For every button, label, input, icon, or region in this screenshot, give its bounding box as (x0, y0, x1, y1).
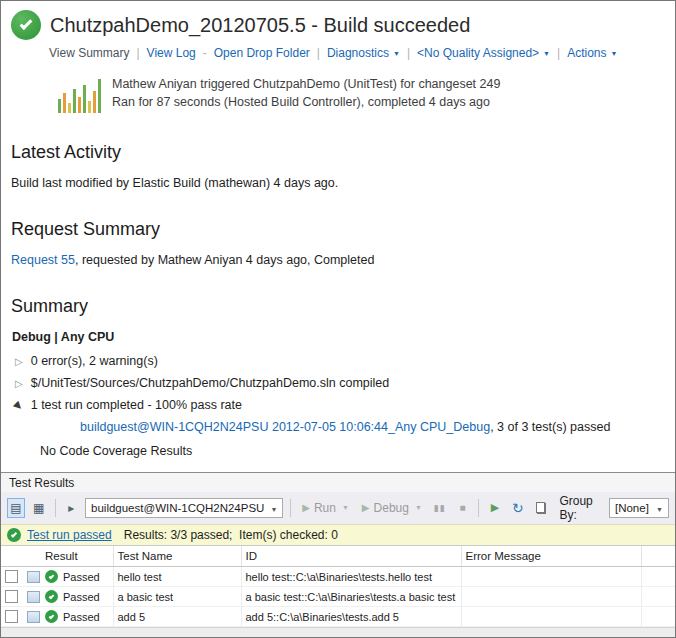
copy-icon (536, 502, 546, 514)
column-header-error-message[interactable]: Error Message (461, 546, 641, 567)
test-run-link[interactable]: buildguest@WIN-1CQH2N24PSU 2012-07-05 10… (80, 420, 490, 434)
column-header-id[interactable]: ID (241, 546, 461, 567)
page-title: ChutzpahDemo_20120705.5 - Build succeede… (50, 14, 470, 37)
column-header-result[interactable]: Result (41, 546, 113, 567)
build-summary-main: ChutzpahDemo_20120705.5 - Build succeede… (1, 1, 675, 472)
result-value: Passed (63, 611, 100, 623)
nav-open-drop-folder[interactable]: Open Drop Folder (214, 46, 310, 60)
debug-play-icon: ▶ (362, 502, 370, 513)
nav-view-log[interactable]: View Log (147, 46, 196, 60)
test-run-detail-line: buildguest@WIN-1CQH2N24PSU 2012-07-05 10… (80, 417, 675, 437)
test-run-passed-icon (7, 528, 21, 542)
nav-separator (136, 46, 139, 60)
error-message-cell (461, 587, 641, 607)
row-checkbox[interactable] (5, 610, 18, 623)
run-checked-icon: ▶ (491, 501, 499, 514)
no-code-coverage-text: No Code Coverage Results (40, 444, 675, 458)
build-trigger-line: Mathew Aniyan triggered ChutzpahDemo (Un… (112, 75, 500, 93)
result-value: Passed (63, 591, 100, 603)
request-summary-line: Request 55, requested by Mathew Aniyan 4… (11, 253, 675, 267)
refresh-icon: ↻ (512, 500, 524, 516)
copy-results-button[interactable] (532, 498, 550, 518)
expander-collapsed-icon[interactable] (15, 376, 23, 390)
debug-button-disabled[interactable]: ▶Debug (358, 501, 426, 515)
test-id-cell: add 5::C:\a\Binaries\tests.add 5 (241, 607, 461, 627)
toolbar-separator (290, 499, 291, 517)
request-link[interactable]: Request 55 (11, 253, 75, 267)
test-result-row[interactable]: Passed hello test hello test::C:\a\Binar… (1, 567, 675, 587)
summary-item-solution-compiled[interactable]: $/UnitTest/Sources/ChutzpahDemo/Chutzpah… (15, 372, 675, 394)
build-succeeded-icon (11, 10, 41, 40)
run-play-icon: ▶ (302, 502, 310, 513)
test-name-cell: a basic test (113, 587, 241, 607)
hierarchy-view-icon: ▦ (33, 501, 44, 515)
test-run-combobox[interactable]: buildguest@WIN-1CQH2N24PSU (85, 498, 283, 518)
passed-icon (45, 610, 58, 623)
test-results-table: Result Test Name ID Error Message Passed… (1, 546, 675, 628)
passed-icon (45, 590, 58, 603)
error-message-cell (461, 607, 641, 627)
toolbar-separator (55, 499, 56, 517)
build-info-text: Mathew Aniyan triggered ChutzpahDemo (Un… (112, 75, 500, 113)
build-history-chart-icon (58, 75, 101, 113)
nav-view-summary[interactable]: View Summary (49, 46, 129, 60)
run-checked-tests-button[interactable]: ▶ (486, 498, 504, 518)
test-name-cell: add 5 (113, 607, 241, 627)
summary-heading: Summary (11, 296, 675, 317)
test-result-row[interactable]: Passed a basic test a basic test::C:\a\B… (1, 587, 675, 607)
pause-icon: ▮▮ (434, 503, 446, 513)
request-summary-text: , requested by Mathew Aniyan 4 days ago,… (75, 253, 375, 267)
build-duration-line: Ran for 87 seconds (Hosted Build Control… (112, 93, 500, 111)
group-by-combobox[interactable]: [None] (609, 498, 669, 518)
test-run-results-text: Results: 3/3 passed; Item(s) checked: 0 (124, 528, 338, 542)
test-results-panel: Test Results ▤ ▦ ▸ buildguest@WIN-1CQH2N… (1, 472, 675, 638)
result-value: Passed (63, 571, 100, 583)
test-results-toolbar: ▤ ▦ ▸ buildguest@WIN-1CQH2N24PSU ▶Run ▶D… (1, 492, 675, 524)
summary-item-errors-warnings[interactable]: 0 error(s), 2 warning(s) (15, 350, 675, 372)
summary-item-label: 1 test run completed - 100% pass rate (31, 398, 242, 412)
nav-actions-dropdown[interactable]: Actions (567, 46, 617, 60)
test-run-passed-link[interactable]: Test run passed (27, 528, 112, 542)
summary-item-test-run[interactable]: 1 test run completed - 100% pass rate (15, 394, 675, 416)
build-summary-window: ChutzpahDemo_20120705.5 - Build succeede… (0, 0, 676, 638)
error-message-cell (461, 567, 641, 587)
test-run-suffix: , 3 of 3 test(s) passed (490, 420, 610, 434)
nav-diagnostics-dropdown[interactable]: Diagnostics (327, 46, 400, 60)
refresh-button[interactable]: ↻ (509, 498, 527, 518)
expander-expanded-icon[interactable] (15, 398, 23, 412)
list-view-icon: ▤ (10, 501, 21, 515)
column-header-test-name[interactable]: Test Name (113, 546, 241, 567)
row-checkbox[interactable] (5, 570, 18, 583)
test-item-icon (27, 611, 40, 623)
group-by-label: Group By: (559, 494, 602, 522)
test-id-cell: a basic test::C:\a\Binaries\tests.a basi… (241, 587, 461, 607)
row-checkbox[interactable] (5, 590, 18, 603)
request-summary-heading: Request Summary (11, 219, 675, 240)
test-id-cell: hello test::C:\a\Binaries\tests.hello te… (241, 567, 461, 587)
run-button-disabled[interactable]: ▶Run (298, 501, 353, 515)
test-settings-icon: ▸ (68, 501, 74, 515)
toolbar-separator (478, 499, 479, 517)
build-header: ChutzpahDemo_20120705.5 - Build succeede… (1, 1, 675, 40)
table-header-row: Result Test Name ID Error Message (1, 546, 675, 567)
horizontal-scrollbar[interactable] (1, 627, 675, 637)
expander-collapsed-icon[interactable] (15, 354, 23, 368)
passed-icon (45, 570, 58, 583)
test-name-cell: hello test (113, 567, 241, 587)
test-settings-button[interactable]: ▸ (62, 498, 80, 518)
stop-button-disabled[interactable]: ■ (454, 498, 472, 518)
test-run-status-bar: Test run passed Results: 3/3 passed; Ite… (1, 524, 675, 546)
nav-separator (407, 46, 410, 60)
list-view-button[interactable]: ▤ (7, 498, 25, 518)
test-item-icon (27, 571, 40, 583)
build-configuration: Debug | Any CPU (12, 330, 675, 344)
latest-activity-text: Build last modified by Elastic Build (ma… (11, 176, 675, 190)
nav-quality-dropdown[interactable]: <No Quality Assigned> (417, 46, 550, 60)
latest-activity-heading: Latest Activity (11, 142, 675, 163)
build-nav: View Summary View Log Open Drop Folder D… (49, 46, 675, 60)
test-result-row[interactable]: Passed add 5 add 5::C:\a\Binaries\tests.… (1, 607, 675, 627)
hierarchy-view-button[interactable]: ▦ (30, 498, 48, 518)
summary-item-label: 0 error(s), 2 warning(s) (31, 354, 158, 368)
pause-button-disabled[interactable]: ▮▮ (431, 498, 449, 518)
test-item-icon (27, 591, 40, 603)
